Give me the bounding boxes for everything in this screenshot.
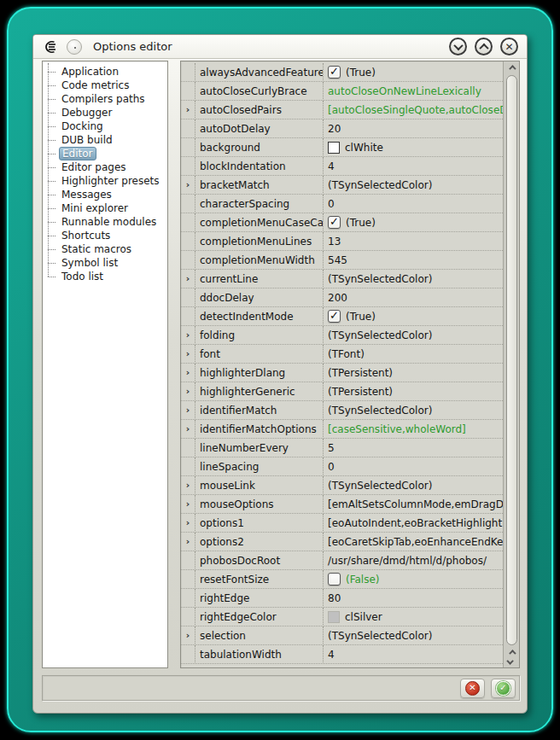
property-value[interactable]: 5 (323, 439, 503, 457)
property-row[interactable]: completionMenuCaseCare✓(True) (181, 213, 503, 232)
property-row[interactable]: ›options2[eoCaretSkipTab,eoEnhanceEndKey (181, 533, 503, 551)
property-value[interactable]: [autoCloseSingleQuote,autoCloseDo (323, 101, 503, 119)
expand-arrow-icon[interactable]: › (181, 401, 195, 420)
accept-button[interactable]: ✓ (491, 679, 516, 698)
property-value[interactable]: autoCloseOnNewLineLexically (323, 82, 503, 101)
property-value[interactable]: clWhite (323, 138, 503, 157)
sidebar-item-todo-list[interactable]: Todo list (48, 270, 167, 283)
property-value[interactable]: (TPersistent) (323, 364, 503, 382)
sidebar-item-debugger[interactable]: Debugger (48, 106, 167, 119)
property-value[interactable]: clSilver (323, 608, 503, 626)
property-value[interactable]: (TSynSelectedColor) (323, 176, 503, 195)
property-row[interactable]: characterSpacing0 (181, 195, 503, 213)
property-value[interactable]: [emAltSetsColumnMode,emDragDro (323, 495, 503, 514)
property-value[interactable]: (TPersistent) (323, 382, 503, 401)
property-value[interactable]: 13 (323, 232, 503, 251)
property-value[interactable]: 545 (323, 251, 503, 270)
property-row[interactable]: ddocDelay200 (181, 288, 503, 307)
sidebar-item-highlighter-presets[interactable]: Highlighter presets (48, 174, 167, 188)
sidebar-item-editor[interactable]: Editor (48, 147, 167, 160)
window-menu-button[interactable] (67, 39, 82, 55)
property-value[interactable]: (TSynSelectedColor) (323, 270, 503, 288)
property-row[interactable]: ›currentLine(TSynSelectedColor) (181, 270, 503, 288)
titlebar[interactable]: Options editor ✕ (33, 35, 527, 59)
property-row[interactable]: ›folding(TSynSelectedColor) (181, 326, 503, 345)
checkbox[interactable]: ✓ (328, 66, 341, 79)
property-row[interactable]: rightEdge80 (181, 589, 503, 608)
expand-arrow-icon[interactable]: › (181, 101, 195, 119)
property-value[interactable]: ✓(True) (323, 213, 503, 232)
property-row[interactable]: lineNumberEvery5 (181, 439, 503, 457)
sidebar-item-docking[interactable]: Docking (48, 119, 167, 133)
property-value[interactable]: (TFont) (323, 345, 503, 364)
property-row[interactable]: alwaysAdvancedFeatures✓(True) (181, 63, 503, 82)
property-value[interactable]: (False) (323, 570, 503, 589)
property-row[interactable]: ›font(TFont) (181, 345, 503, 364)
checkbox[interactable] (328, 573, 341, 586)
property-row[interactable]: blockIndentation4 (181, 157, 503, 176)
property-row[interactable]: ›mouseLink(TSynSelectedColor) (181, 476, 503, 495)
minimize-button[interactable] (449, 38, 467, 55)
property-row[interactable]: ›autoClosedPairs[autoCloseSingleQuote,au… (181, 101, 503, 119)
property-row[interactable]: detectIndentMode✓(True) (181, 307, 503, 326)
expand-arrow-icon[interactable]: › (181, 364, 195, 382)
expand-arrow-icon[interactable]: › (181, 382, 195, 401)
property-row[interactable]: completionMenuWidth545 (181, 251, 503, 270)
expand-arrow-icon[interactable]: › (181, 326, 195, 345)
property-row[interactable]: tabulationWidth4 (181, 645, 503, 664)
checkbox[interactable]: ✓ (328, 216, 341, 229)
property-row[interactable]: rightEdgeColorclSilver (181, 608, 503, 626)
property-value[interactable]: (TSynSelectedColor) (323, 401, 503, 420)
sidebar-item-editor-pages[interactable]: Editor pages (48, 160, 167, 174)
sidebar-item-compilers-paths[interactable]: Compilers paths (48, 92, 167, 106)
sidebar-item-messages[interactable]: Messages (48, 188, 167, 201)
sidebar-item-symbol-list[interactable]: Symbol list (48, 256, 167, 270)
property-row[interactable]: ›options1[eoAutoIndent,eoBracketHighligh… (181, 514, 503, 533)
property-row[interactable]: ›highlighterGeneric(TPersistent) (181, 382, 503, 401)
expand-arrow-icon[interactable]: › (181, 514, 195, 533)
maximize-button[interactable] (475, 38, 493, 55)
property-value[interactable]: 4 (323, 645, 503, 664)
property-value[interactable]: 200 (323, 288, 503, 307)
property-row[interactable]: autoCloseCurlyBraceautoCloseOnNewLineLex… (181, 82, 503, 101)
property-value[interactable]: (TSynSelectedColor) (323, 626, 503, 645)
sidebar-item-code-metrics[interactable]: Code metrics (48, 79, 167, 92)
property-row[interactable]: ›identifierMatch(TSynSelectedColor) (181, 401, 503, 420)
property-value[interactable]: (TSynSelectedColor) (323, 326, 503, 345)
sidebar-item-static-macros[interactable]: Static macros (48, 242, 167, 256)
property-value[interactable]: [eoCaretSkipTab,eoEnhanceEndKey (323, 533, 503, 551)
property-value[interactable]: (TSynSelectedColor) (323, 476, 503, 495)
property-row[interactable]: ›identifierMatchOptions[caseSensitive,wh… (181, 420, 503, 439)
expand-arrow-icon[interactable]: › (181, 476, 195, 495)
cancel-button[interactable]: ✕ (460, 679, 485, 698)
property-value[interactable]: ✓(True) (323, 307, 503, 326)
expand-arrow-icon[interactable]: › (181, 626, 195, 645)
expand-arrow-icon[interactable]: › (181, 270, 195, 288)
property-row[interactable]: ›mouseOptions[emAltSetsColumnMode,emDrag… (181, 495, 503, 514)
property-row[interactable]: ›highlighterDlang(TPersistent) (181, 364, 503, 382)
property-row[interactable]: backgroundclWhite (181, 138, 503, 157)
expand-arrow-icon[interactable]: › (181, 495, 195, 514)
property-value[interactable]: /usr/share/dmd/html/d/phobos/ (323, 551, 503, 570)
property-row[interactable]: autoDotDelay20 (181, 119, 503, 138)
property-row[interactable]: ›bracketMatch(TSynSelectedColor) (181, 176, 503, 195)
sidebar-item-dub-build[interactable]: DUB build (48, 133, 167, 147)
property-row[interactable]: phobosDocRoot/usr/share/dmd/html/d/phobo… (181, 551, 503, 570)
property-row[interactable]: lineSpacing0 (181, 457, 503, 476)
property-value[interactable]: 80 (323, 589, 503, 608)
sidebar-item-runnable-modules[interactable]: Runnable modules (48, 215, 167, 229)
property-value[interactable]: [eoAutoIndent,eoBracketHighlight (323, 514, 503, 533)
scrollbar[interactable] (503, 61, 519, 667)
property-value[interactable]: 0 (323, 195, 503, 213)
scroll-up-button[interactable] (504, 61, 519, 73)
sidebar-item-mini-explorer[interactable]: Mini explorer (48, 201, 167, 215)
scrollbar-thumb[interactable] (506, 75, 517, 645)
close-button[interactable]: ✕ (500, 38, 518, 55)
property-row[interactable]: resetFontSize(False) (181, 570, 503, 589)
property-value[interactable]: [caseSensitive,wholeWord] (323, 420, 503, 439)
expand-arrow-icon[interactable]: › (181, 420, 195, 439)
expand-arrow-icon[interactable]: › (181, 533, 195, 551)
property-value[interactable]: ✓(True) (323, 63, 503, 82)
scroll-down-button[interactable] (509, 657, 514, 667)
property-value[interactable]: 4 (323, 157, 503, 176)
